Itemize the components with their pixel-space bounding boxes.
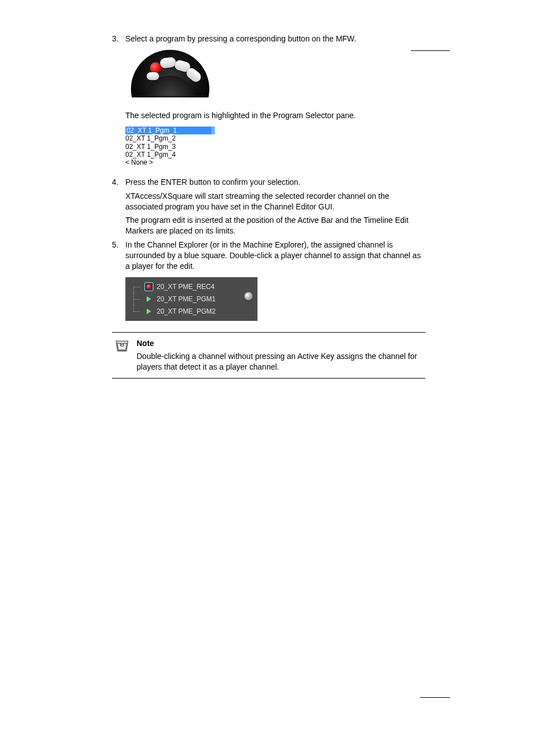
step-number: 3. xyxy=(112,34,125,44)
step-3-detail: The selected program is highlighted in t… xyxy=(125,110,425,121)
figure-programs: 02_XT 1_Pgm_1 02_XT 1_Pgm_2 02_XT 1_Pgm_… xyxy=(125,127,450,167)
footer-rule xyxy=(420,697,450,698)
figure-jog xyxy=(125,50,450,100)
tree-row[interactable]: 20_XT PME_REC4 xyxy=(129,281,252,293)
step-3: 3. Select a program by pressing a corres… xyxy=(112,34,425,44)
mfw-button-red xyxy=(150,62,161,73)
disc-icon[interactable] xyxy=(244,292,253,301)
tree-label: 20_XT PME_REC4 xyxy=(157,282,214,291)
svg-rect-1 xyxy=(121,343,123,344)
channel-explorer: 20_XT PME_REC4 20_XT PME_PGM1 20_XT PME_… xyxy=(125,277,257,321)
step-5: 5. In the Channel Explorer (or in the Ma… xyxy=(112,240,425,272)
note-title: Note xyxy=(137,338,425,349)
program-selector-pane: 02_XT 1_Pgm_1 02_XT 1_Pgm_2 02_XT 1_Pgm_… xyxy=(125,127,215,167)
jog-ring xyxy=(143,76,197,129)
tree-branch xyxy=(129,281,144,293)
program-item[interactable]: 02_XT 1_Pgm_4 xyxy=(125,151,215,158)
tree-label: 20_XT PME_PGM1 xyxy=(157,295,216,304)
note-box: Note Double-clicking a channel without p… xyxy=(112,332,425,379)
step-number: 4. xyxy=(112,177,125,188)
step-text: Select a program by pressing a correspon… xyxy=(125,34,425,44)
step-4: 4. Press the ENTER button to confirm you… xyxy=(112,177,425,188)
step-4-detail-a: XTAccess/XSquare will start streaming th… xyxy=(125,191,425,212)
tree-branch xyxy=(129,305,144,318)
record-channel-icon xyxy=(144,282,153,291)
tree-row[interactable]: 20_XT PME_PGM1 xyxy=(129,293,252,305)
note-text: Double-clicking a channel without pressi… xyxy=(137,351,425,372)
play-channel-icon xyxy=(144,307,153,316)
note-body: Note Double-clicking a channel without p… xyxy=(132,338,425,372)
tree-branch xyxy=(129,293,144,305)
step-text: In the Channel Explorer (or in the Machi… xyxy=(125,240,425,272)
tree-label: 20_XT PME_PGM2 xyxy=(157,307,216,316)
step-number: 5. xyxy=(112,240,125,272)
program-item[interactable]: < None > xyxy=(125,158,215,166)
header-rule xyxy=(411,50,450,51)
program-item[interactable]: 02_XT 1_Pgm_2 xyxy=(125,134,215,142)
mfw-jog-dial xyxy=(125,50,215,100)
mfw-button xyxy=(147,72,159,80)
step-4-detail-b: The program edit is inserted at the posi… xyxy=(125,215,425,236)
program-item-selected[interactable]: 02_XT 1_Pgm_1 xyxy=(125,127,215,134)
program-item[interactable]: 02_XT 1_Pgm_3 xyxy=(125,143,215,151)
svg-rect-2 xyxy=(121,344,123,346)
figure-channel-tree: 20_XT PME_REC4 20_XT PME_PGM1 20_XT PME_… xyxy=(125,277,450,321)
tree-row[interactable]: 20_XT PME_PGM2 xyxy=(129,305,252,318)
step-text: Press the ENTER button to confirm your s… xyxy=(125,177,425,188)
play-channel-icon xyxy=(144,295,153,304)
note-icon xyxy=(112,338,132,372)
